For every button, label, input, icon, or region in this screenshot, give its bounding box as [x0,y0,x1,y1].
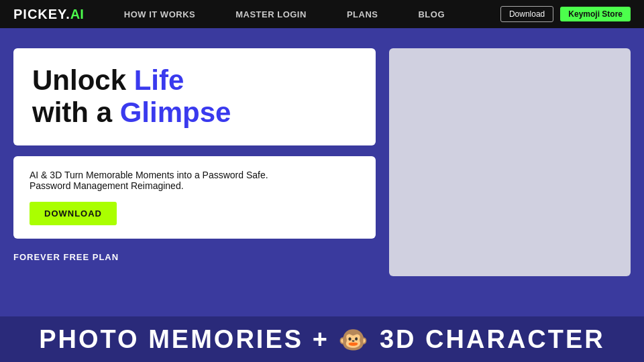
forever-free-label: FOREVER FREE PLAN [13,252,376,262]
nav-plans[interactable]: PLANS [347,9,378,19]
headline-with-a: with a [32,97,120,128]
navbar: PICKEY.AI HOW IT WORKS MASTER LOGIN PLAN… [0,0,644,28]
nav-links: HOW IT WORKS MASTER LOGIN PLANS BLOG [124,9,500,19]
hero-left: Unlock Life with a Glimpse AI & 3D Turn … [13,48,376,303]
nav-download-button[interactable]: Download [500,6,553,22]
headline-life: Life [134,64,184,96]
hero-image-placeholder [389,48,631,276]
hero-desc-box: AI & 3D Turn Memorable Moments into a Pa… [13,156,376,239]
nav-keymoji-button[interactable]: Keymoji Store [560,7,631,21]
nav-how-it-works[interactable]: HOW IT WORKS [124,9,195,19]
banner-text-part1: PHOTO MEMORIES + 🐵 3D CHARACTER [39,325,605,354]
banner-monkey-emoji: 🐵 [338,326,370,353]
nav-blog[interactable]: BLOG [418,9,445,19]
logo-pickey: PICKEY. [13,7,70,22]
hero-desc-text: AI & 3D Turn Memorable Moments into a Pa… [30,170,360,191]
headline-unlock: Unlock [32,64,134,96]
headline-text: Unlock Life with a Glimpse [32,64,357,129]
hero-desc-line2: Password Management Reimagined. [30,180,184,191]
headline-glimpse: Glimpse [120,97,231,128]
bottom-banner: PHOTO MEMORIES + 🐵 3D CHARACTER [0,316,644,362]
nav-actions: Download Keymoji Store [500,6,631,22]
logo-ai: AI [70,7,84,22]
hero-desc-line1: AI & 3D Turn Memorable Moments into a Pa… [30,170,268,180]
banner-photo-memories: PHOTO MEMORIES + [39,325,329,353]
hero-section: Unlock Life with a Glimpse AI & 3D Turn … [0,28,644,316]
hero-download-button[interactable]: DOWNLOAD [30,202,117,225]
logo[interactable]: PICKEY.AI [13,7,84,22]
nav-master-login[interactable]: MASTER LOGIN [235,9,307,19]
hero-headline-box: Unlock Life with a Glimpse [13,48,376,145]
banner-3d-character: 3D CHARACTER [380,325,605,353]
